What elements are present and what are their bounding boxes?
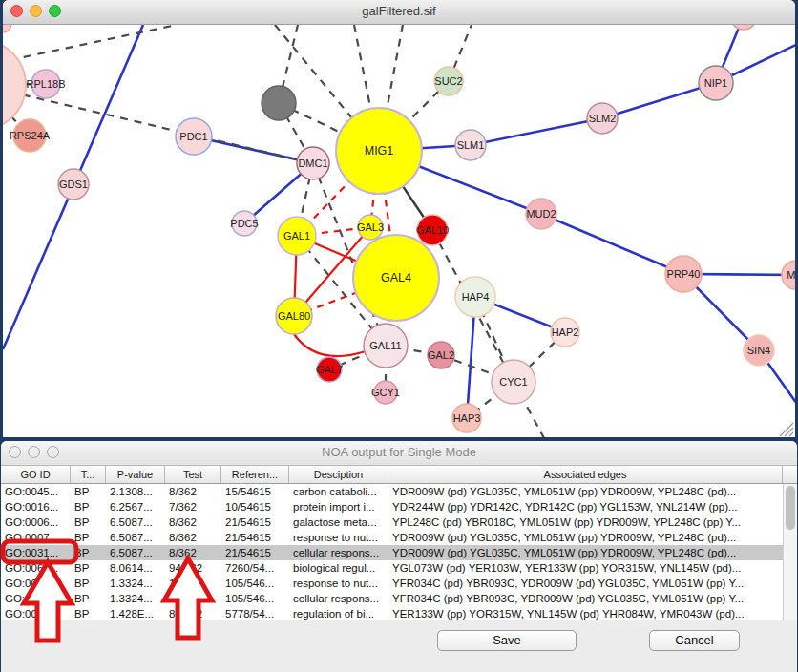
cancel-button[interactable]: Cancel [649, 630, 740, 651]
table-cell: 7/362 [165, 499, 221, 514]
table-cell: 8/362 [165, 514, 221, 530]
node-label-GAL7: GAL7 [316, 364, 343, 375]
table-cell: GO:0050... [1, 606, 71, 621]
node-label-SUC2: SUC2 [434, 75, 462, 87]
table-cell: YER133W (pp) YOR315W, YNL145W (pd) YHR08… [388, 606, 783, 621]
table-cell: 8/362 [165, 545, 221, 560]
table-cell: BP [71, 499, 106, 514]
table-cell: 5778/54... [221, 606, 289, 621]
network-canvas[interactable]: RPL18BRPS24AGDS1PDC1DMC1MIG1SUC2SLM1SLM2… [3, 25, 795, 437]
save-button[interactable]: Save [437, 630, 577, 651]
column-header-7[interactable]: Associated edges [388, 466, 783, 483]
table-cell: 6.5087... [106, 545, 165, 560]
table-cell: BP [71, 484, 106, 499]
table-cell: YDR009W (pd) YGL035C, YML051W (pp) YDR00… [388, 545, 783, 560]
table-cell: YFR034C (pd) YBR093C, YDR009W (pd) YGL03… [388, 591, 783, 606]
graph-window: galFiltered.sif RPL18BRPS24AGDS1PDC1DMC1… [3, 0, 795, 437]
node-label-GAL11: GAL11 [369, 340, 401, 351]
node-label-RPS24A: RPS24A [10, 130, 51, 141]
noa-window-titlebar[interactable]: NOA output for Single Mode [1, 441, 797, 466]
table-row[interactable]: GO:0045...BP2.1308...8/36215/54615carbon… [1, 484, 783, 499]
node-label-NIP1: NIP1 [704, 77, 727, 89]
edge-layer [3, 25, 795, 437]
node-label-SIN4: SIN4 [747, 345, 770, 356]
table-cell: 21/54615 [221, 514, 289, 530]
column-header-2[interactable]: T... [71, 466, 106, 483]
table-cell: 2.1308... [106, 484, 165, 499]
edge-dash [10, 25, 177, 60]
table-cell: YFR034C (pd) YBR093C, YDR009W (pd) YGL03… [388, 576, 783, 591]
node-label-MIG1: MIG1 [365, 144, 394, 158]
column-header-1[interactable]: GO ID [1, 466, 71, 483]
table-cell: YGL073W (pd) YER103W, YER133W (pp) YOR31… [388, 560, 783, 576]
table-cell: biological regul... [289, 560, 388, 576]
node-label-GAL1: GAL1 [284, 230, 310, 242]
node-label-GAL2: GAL2 [428, 349, 454, 361]
table-row[interactable]: GO:0031...BP1.3324...11/362105/546...res… [1, 576, 783, 591]
table-cell: GO:0031... [1, 545, 71, 560]
table-cell: 8/362 [165, 530, 221, 545]
table-cell: GO:0007... [1, 530, 71, 545]
table-cell: YDR244W (pp) YDR142C, YDR142C (pp) YGL15… [388, 499, 783, 514]
table-cell: GO:0006... [1, 514, 71, 530]
table-cell: GO:0031... [1, 591, 71, 606]
edge-blue [541, 214, 683, 274]
results-table: GO IDT...P-valueTestReferen...Desciption… [1, 466, 797, 620]
noa-window-title: NOA output for Single Mode [1, 445, 797, 459]
table-cell: GO:0045... [1, 484, 71, 499]
table-cell: BP [71, 576, 106, 591]
column-header-5[interactable]: Referen... [221, 466, 289, 483]
table-cell: YDR009W (pd) YGL035C, YML051W (pp) YDR00… [388, 530, 783, 545]
scrollbar-thumb[interactable] [786, 486, 795, 530]
node-label-PRP40: PRP40 [667, 268, 701, 280]
table-cell: response to nut... [289, 576, 388, 591]
node-label-MSI: MSI [787, 269, 795, 281]
column-header-3[interactable]: P-value [106, 466, 165, 483]
table-row[interactable]: GO:0006...BP6.5087...8/36221/54615galact… [1, 514, 783, 530]
table-cell: 11/362 [165, 591, 221, 606]
table-row[interactable]: GO:0031...BP1.3324...11/362105/546...cel… [1, 591, 783, 606]
noa-output-window: NOA output for Single Mode GO IDT...P-va… [1, 441, 797, 672]
node-label-HAP2: HAP2 [552, 326, 579, 338]
button-bar: Save Cancel [1, 620, 797, 672]
table-cell: 1.428E... [106, 606, 165, 621]
table-cell: YPL248C (pd) YBR018C, YML051W (pp) YDR00… [388, 514, 783, 530]
resize-grip-icon[interactable] [780, 423, 793, 436]
table-header-row: GO IDT...P-valueTestReferen...Desciption… [1, 466, 797, 484]
table-row[interactable]: GO:0065...BP8.0614...94/3627260/54...bio… [1, 560, 783, 576]
graph-window-titlebar[interactable]: galFiltered.sif [3, 0, 795, 25]
table-row[interactable]: GO:0007...BP6.5087...8/36221/54615respon… [1, 530, 783, 545]
node-label-PDC5: PDC5 [230, 218, 258, 229]
node-label-GAL80: GAL80 [278, 310, 310, 322]
table-cell: 1.3324... [106, 576, 165, 591]
node-layer: RPL18BRPS24AGDS1PDC1DMC1MIG1SUC2SLM1SLM2… [3, 25, 795, 432]
node-GRAY[interactable] [262, 86, 296, 120]
table-cell: cellular respons... [289, 591, 388, 606]
table-row[interactable]: GO:0050...BP1.428E...80/3625778/54...reg… [1, 606, 783, 621]
table-cell: BP [71, 591, 106, 606]
node-label-HAP4: HAP4 [462, 291, 490, 303]
table-body: GO:0045...BP2.1308...8/36215/54615carbon… [1, 484, 783, 621]
node-TINYTOP[interactable] [3, 25, 11, 32]
node-TOPRIGHT[interactable] [730, 25, 757, 30]
vertical-scrollbar[interactable] [783, 484, 797, 620]
table-cell: cellular respons... [289, 545, 388, 560]
node-label-GAL3: GAL3 [357, 221, 384, 233]
column-header-4[interactable]: Test [165, 466, 221, 483]
node-label-GAL4: GAL4 [381, 271, 411, 284]
table-cell: BP [71, 530, 106, 545]
table-cell: GO:0065... [1, 560, 71, 576]
table-cell: 105/546... [221, 576, 289, 591]
table-cell: 21/54615 [221, 545, 289, 560]
table-cell: protein import i... [289, 499, 388, 514]
column-header-6[interactable]: Desciption [289, 466, 388, 483]
graph-window-title: galFiltered.sif [3, 4, 795, 18]
table-cell: 1.3324... [106, 591, 165, 606]
node-BIGLEFT[interactable] [3, 40, 26, 130]
node-label-RPL18B: RPL18B [27, 78, 66, 90]
table-row[interactable]: GO:0031...BP6.5087...8/36221/54615cellul… [1, 545, 783, 560]
table-cell: 6.5087... [106, 530, 165, 545]
table-row[interactable]: GO:0016...BP6.2567...7/36210/54615protei… [1, 499, 783, 514]
edge-red [294, 334, 366, 356]
node-label-CYC1: CYC1 [499, 376, 527, 388]
